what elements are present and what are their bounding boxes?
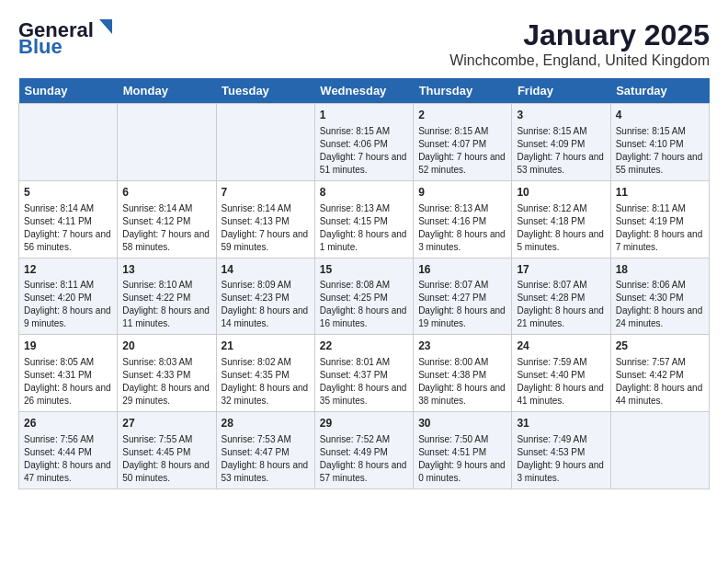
calendar-subtitle: Winchcombe, England, United Kingdom — [449, 52, 710, 69]
calendar-cell: 26Sunrise: 7:56 AM Sunset: 4:44 PM Dayli… — [19, 412, 118, 489]
calendar-cell — [216, 104, 314, 181]
day-info: Sunrise: 8:01 AM Sunset: 4:37 PM Dayligh… — [320, 356, 408, 408]
day-number: 20 — [122, 339, 210, 354]
day-number: 1 — [320, 108, 408, 123]
header-row: Sunday Monday Tuesday Wednesday Thursday… — [19, 78, 710, 104]
svg-marker-0 — [99, 19, 112, 34]
day-number: 3 — [517, 108, 605, 123]
calendar-cell: 7Sunrise: 8:14 AM Sunset: 4:13 PM Daylig… — [216, 180, 314, 258]
day-info: Sunrise: 8:07 AM Sunset: 4:28 PM Dayligh… — [517, 279, 605, 330]
day-number: 17 — [517, 262, 605, 278]
day-number: 16 — [418, 262, 506, 278]
calendar-week-2: 5Sunrise: 8:14 AM Sunset: 4:11 PM Daylig… — [19, 180, 710, 258]
calendar-cell — [610, 412, 709, 489]
day-info: Sunrise: 7:56 AM Sunset: 4:44 PM Dayligh… — [24, 433, 112, 485]
day-number: 11 — [616, 185, 704, 201]
day-info: Sunrise: 7:59 AM Sunset: 4:40 PM Dayligh… — [517, 356, 605, 408]
calendar-cell — [19, 104, 118, 181]
calendar-cell: 6Sunrise: 8:14 AM Sunset: 4:12 PM Daylig… — [118, 180, 216, 258]
day-number: 26 — [24, 416, 112, 431]
day-number: 14 — [222, 262, 310, 278]
calendar-cell: 25Sunrise: 7:57 AM Sunset: 4:42 PM Dayli… — [610, 335, 709, 412]
day-info: Sunrise: 8:14 AM Sunset: 4:12 PM Dayligh… — [122, 202, 210, 254]
calendar-cell: 23Sunrise: 8:00 AM Sunset: 4:38 PM Dayli… — [414, 335, 512, 412]
day-info: Sunrise: 8:11 AM Sunset: 4:19 PM Dayligh… — [616, 202, 704, 254]
calendar-cell: 9Sunrise: 8:13 AM Sunset: 4:16 PM Daylig… — [414, 180, 512, 258]
day-number: 12 — [24, 262, 112, 278]
day-number: 9 — [418, 185, 506, 201]
day-info: Sunrise: 8:06 AM Sunset: 4:30 PM Dayligh… — [616, 279, 704, 330]
day-number: 28 — [222, 416, 310, 431]
calendar-cell: 11Sunrise: 8:11 AM Sunset: 4:19 PM Dayli… — [610, 180, 709, 258]
calendar-week-1: 1Sunrise: 8:15 AM Sunset: 4:06 PM Daylig… — [19, 104, 710, 181]
calendar-week-3: 12Sunrise: 8:11 AM Sunset: 4:20 PM Dayli… — [19, 258, 710, 335]
calendar-cell: 30Sunrise: 7:50 AM Sunset: 4:51 PM Dayli… — [414, 412, 512, 489]
calendar-cell: 19Sunrise: 8:05 AM Sunset: 4:31 PM Dayli… — [19, 335, 118, 412]
day-number: 8 — [320, 185, 408, 201]
calendar-cell: 18Sunrise: 8:06 AM Sunset: 4:30 PM Dayli… — [610, 258, 709, 335]
day-info: Sunrise: 7:50 AM Sunset: 4:51 PM Dayligh… — [418, 433, 506, 485]
calendar-cell: 15Sunrise: 8:08 AM Sunset: 4:25 PM Dayli… — [314, 258, 413, 335]
calendar-week-5: 26Sunrise: 7:56 AM Sunset: 4:44 PM Dayli… — [19, 412, 710, 489]
day-info: Sunrise: 7:52 AM Sunset: 4:49 PM Dayligh… — [320, 433, 408, 485]
day-info: Sunrise: 8:15 AM Sunset: 4:10 PM Dayligh… — [616, 125, 704, 177]
day-number: 5 — [24, 185, 112, 201]
day-number: 21 — [222, 339, 310, 354]
day-info: Sunrise: 8:05 AM Sunset: 4:31 PM Dayligh… — [24, 356, 112, 408]
day-info: Sunrise: 8:07 AM Sunset: 4:27 PM Dayligh… — [418, 279, 506, 330]
day-info: Sunrise: 8:14 AM Sunset: 4:11 PM Dayligh… — [24, 202, 112, 254]
calendar-table: Sunday Monday Tuesday Wednesday Thursday… — [18, 78, 710, 489]
calendar-cell: 27Sunrise: 7:55 AM Sunset: 4:45 PM Dayli… — [118, 412, 216, 489]
calendar-cell: 13Sunrise: 8:10 AM Sunset: 4:22 PM Dayli… — [118, 258, 216, 335]
day-number: 27 — [122, 416, 210, 431]
header-monday: Monday — [118, 78, 216, 104]
calendar-cell: 28Sunrise: 7:53 AM Sunset: 4:47 PM Dayli… — [216, 412, 314, 489]
day-info: Sunrise: 8:10 AM Sunset: 4:22 PM Dayligh… — [122, 279, 210, 330]
day-number: 19 — [24, 339, 112, 354]
day-number: 18 — [616, 262, 704, 278]
calendar-cell: 29Sunrise: 7:52 AM Sunset: 4:49 PM Dayli… — [314, 412, 413, 489]
logo: General Blue — [18, 18, 112, 59]
calendar-cell: 14Sunrise: 8:09 AM Sunset: 4:23 PM Dayli… — [216, 258, 314, 335]
calendar-cell: 16Sunrise: 8:07 AM Sunset: 4:27 PM Dayli… — [414, 258, 512, 335]
day-info: Sunrise: 8:03 AM Sunset: 4:33 PM Dayligh… — [122, 356, 210, 408]
calendar-cell: 17Sunrise: 8:07 AM Sunset: 4:28 PM Dayli… — [512, 258, 610, 335]
calendar-header: Sunday Monday Tuesday Wednesday Thursday… — [19, 78, 710, 104]
logo-blue-text: Blue — [18, 35, 63, 59]
day-number: 29 — [320, 416, 408, 431]
calendar-cell: 12Sunrise: 8:11 AM Sunset: 4:20 PM Dayli… — [19, 258, 118, 335]
day-number: 10 — [517, 185, 605, 201]
calendar-cell: 10Sunrise: 8:12 AM Sunset: 4:18 PM Dayli… — [512, 180, 610, 258]
calendar-cell: 1Sunrise: 8:15 AM Sunset: 4:06 PM Daylig… — [314, 104, 413, 181]
calendar-cell: 8Sunrise: 8:13 AM Sunset: 4:15 PM Daylig… — [314, 180, 413, 258]
title-block: January 2025 Winchcombe, England, United… — [449, 18, 710, 69]
day-info: Sunrise: 8:00 AM Sunset: 4:38 PM Dayligh… — [418, 356, 506, 408]
day-number: 2 — [418, 108, 506, 123]
day-info: Sunrise: 8:13 AM Sunset: 4:15 PM Dayligh… — [320, 202, 408, 254]
day-info: Sunrise: 8:15 AM Sunset: 4:06 PM Dayligh… — [320, 125, 408, 177]
day-info: Sunrise: 8:15 AM Sunset: 4:09 PM Dayligh… — [517, 125, 605, 177]
calendar-cell: 20Sunrise: 8:03 AM Sunset: 4:33 PM Dayli… — [118, 335, 216, 412]
calendar-cell: 3Sunrise: 8:15 AM Sunset: 4:09 PM Daylig… — [512, 104, 610, 181]
header-friday: Friday — [512, 78, 610, 104]
calendar-cell: 31Sunrise: 7:49 AM Sunset: 4:53 PM Dayli… — [512, 412, 610, 489]
day-number: 15 — [320, 262, 408, 278]
header-thursday: Thursday — [414, 78, 512, 104]
day-info: Sunrise: 7:57 AM Sunset: 4:42 PM Dayligh… — [616, 356, 704, 408]
calendar-cell: 24Sunrise: 7:59 AM Sunset: 4:40 PM Dayli… — [512, 335, 610, 412]
calendar-week-4: 19Sunrise: 8:05 AM Sunset: 4:31 PM Dayli… — [19, 335, 710, 412]
day-number: 30 — [418, 416, 506, 431]
day-number: 22 — [320, 339, 408, 354]
header-saturday: Saturday — [610, 78, 709, 104]
logo-triangle-icon — [92, 17, 112, 38]
day-number: 6 — [122, 185, 210, 201]
day-number: 4 — [616, 108, 704, 123]
calendar-cell: 4Sunrise: 8:15 AM Sunset: 4:10 PM Daylig… — [610, 104, 709, 181]
day-info: Sunrise: 8:14 AM Sunset: 4:13 PM Dayligh… — [222, 202, 310, 254]
day-info: Sunrise: 8:15 AM Sunset: 4:07 PM Dayligh… — [418, 125, 506, 177]
day-info: Sunrise: 8:02 AM Sunset: 4:35 PM Dayligh… — [222, 356, 310, 408]
day-info: Sunrise: 8:13 AM Sunset: 4:16 PM Dayligh… — [418, 202, 506, 254]
day-number: 25 — [616, 339, 704, 354]
day-info: Sunrise: 7:55 AM Sunset: 4:45 PM Dayligh… — [122, 433, 210, 485]
calendar-cell: 21Sunrise: 8:02 AM Sunset: 4:35 PM Dayli… — [216, 335, 314, 412]
